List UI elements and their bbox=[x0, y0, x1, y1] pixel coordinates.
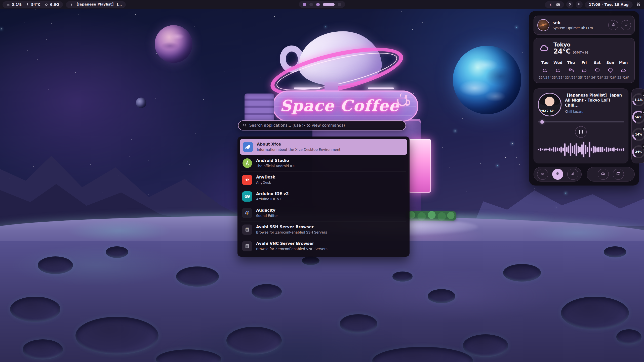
workspace-dot-occupied[interactable] bbox=[303, 3, 306, 6]
power-button[interactable] bbox=[621, 20, 631, 30]
notifications-button[interactable] bbox=[566, 1, 573, 8]
app-result-anydesk[interactable]: AnyDeskAnyDesk bbox=[237, 171, 410, 188]
app-result-arduino-ide-v2[interactable]: Arduino IDE v2Arduino IDE v2 bbox=[237, 188, 410, 205]
crater bbox=[463, 334, 508, 357]
play-pause-button[interactable] bbox=[575, 126, 587, 138]
app-result-title: About Xfce bbox=[257, 142, 340, 147]
cpu-stat-value: 3.1% bbox=[12, 3, 22, 7]
cloud-icon bbox=[617, 66, 630, 75]
album-art: TOKYO LO bbox=[538, 93, 561, 116]
sign-lamp-right bbox=[368, 87, 394, 89]
shop-neon-window bbox=[408, 139, 431, 193]
seek-knob[interactable] bbox=[540, 120, 544, 124]
crater bbox=[176, 266, 219, 287]
cloud-icon bbox=[551, 66, 565, 75]
pause-icon[interactable] bbox=[70, 3, 73, 6]
screen-record-button[interactable] bbox=[598, 169, 609, 180]
clock[interactable]: 17:09 - Tue, 19 Aug bbox=[585, 1, 633, 8]
app-result-title: AnyDesk bbox=[256, 175, 275, 180]
indicator-pill[interactable] bbox=[545, 1, 564, 8]
weather-forecast: Tue33°/24°Wed35°/25°Thu33°/26°Fri35°/26°… bbox=[538, 61, 630, 79]
app-result-title: Android Studio bbox=[256, 158, 296, 163]
profile-power-saver-button[interactable] bbox=[567, 169, 578, 180]
app-result-description: Arduino IDE v2 bbox=[256, 197, 289, 201]
audacity-app-icon bbox=[242, 208, 252, 218]
crater bbox=[106, 246, 128, 258]
power-profiles-group bbox=[534, 167, 582, 182]
input-method-icon[interactable] bbox=[549, 3, 552, 7]
small-moon bbox=[136, 98, 146, 108]
crater bbox=[340, 314, 377, 333]
screenshot-button[interactable] bbox=[613, 169, 624, 180]
crater bbox=[252, 284, 282, 299]
crater bbox=[10, 297, 60, 322]
seek-bar[interactable] bbox=[538, 120, 624, 124]
search-icon bbox=[243, 123, 247, 128]
app-result-android-studio[interactable]: Android StudioThe official Android IDE bbox=[237, 155, 410, 171]
capture-actions-group bbox=[587, 167, 635, 182]
android-studio-app-icon bbox=[242, 158, 252, 168]
app-result-description: Sound Editor bbox=[256, 214, 278, 218]
user-name: seb bbox=[553, 21, 593, 25]
forecast-day-thu: Thu33°/26° bbox=[565, 61, 578, 79]
avatar bbox=[537, 19, 549, 31]
gauge-disk: 24% bbox=[632, 145, 644, 159]
sign-lamp-left bbox=[294, 87, 320, 89]
crater bbox=[156, 349, 221, 362]
crater bbox=[302, 256, 319, 265]
purple-planet bbox=[155, 25, 192, 63]
widget-panel: seb System Uptime: 4h11m Tokyo 24°C (GMT… bbox=[529, 11, 639, 186]
speedometer-icon bbox=[541, 172, 544, 176]
storm-icon bbox=[604, 66, 617, 75]
launcher-search[interactable] bbox=[238, 120, 406, 130]
shop-stairs bbox=[245, 94, 274, 122]
app-result-description: Browse for Zeroconf-enabled VNC Servers bbox=[256, 247, 327, 251]
workspace-dot-empty[interactable] bbox=[309, 3, 313, 6]
now-playing-pill[interactable]: 【Japanese Playlist】 J... bbox=[66, 1, 126, 8]
wallpaper-indicator-icon[interactable] bbox=[556, 3, 560, 7]
search-input[interactable] bbox=[249, 123, 401, 128]
scales-icon bbox=[555, 171, 560, 177]
profile-performance-button[interactable] bbox=[537, 169, 548, 180]
top-panel: 3.1% 54°C 6.8G 【Japanese Playlist】 J... bbox=[0, 0, 644, 9]
app-result-title: Avahi SSH Server Browser bbox=[256, 225, 327, 230]
forecast-day-tue: Tue33°/24° bbox=[538, 61, 551, 79]
crater bbox=[23, 339, 63, 359]
weather-card: Tokyo 24°C (GMT+9) Tue33°/24°Wed35°/25°T… bbox=[534, 38, 635, 83]
app-result-about-xfce[interactable]: About XfceInformation about the Xfce Des… bbox=[240, 139, 407, 155]
screen-icon bbox=[616, 171, 621, 177]
workspace-dot-occupied[interactable] bbox=[316, 3, 320, 6]
memory-stat: 6.8G bbox=[45, 3, 59, 7]
app-result-avahi-vnc-server-browser[interactable]: Avahi VNC Server BrowserBrowse for Zeroc… bbox=[237, 238, 410, 254]
app-launcher: About XfceInformation about the Xfce Des… bbox=[238, 120, 406, 130]
workspace-indicator[interactable] bbox=[299, 1, 345, 8]
profile-balanced-button[interactable] bbox=[552, 169, 563, 180]
app-result-title: Avahi VNC Server Browser bbox=[256, 241, 327, 246]
camera-icon bbox=[601, 171, 606, 177]
forecast-day-fri: Fri35°/26° bbox=[578, 61, 591, 79]
volume-icon bbox=[577, 2, 581, 7]
cpu-stat: 3.1% bbox=[6, 3, 22, 7]
app-result-audacity[interactable]: AudacitySound Editor bbox=[237, 205, 410, 221]
weather-timezone: (GMT+9) bbox=[573, 51, 588, 54]
neon-sign-text: Space Coffee bbox=[272, 97, 407, 115]
forecast-day-sat: Sat36°/26° bbox=[591, 61, 604, 79]
app-result-avahi-ssh-server-browser[interactable]: Avahi SSH Server BrowserBrowse for Zeroc… bbox=[237, 221, 410, 238]
app-result-title: Audacity bbox=[256, 208, 278, 213]
settings-button[interactable] bbox=[608, 20, 618, 30]
workspace-dot-empty[interactable] bbox=[338, 3, 341, 6]
avahi-app-icon bbox=[242, 241, 252, 251]
crater bbox=[604, 246, 626, 257]
volume-button[interactable] bbox=[576, 1, 583, 8]
forecast-day-wed: Wed35°/25° bbox=[551, 61, 565, 79]
crater bbox=[75, 317, 158, 354]
sun-cloud-icon bbox=[565, 66, 578, 75]
app-grid-button[interactable] bbox=[635, 1, 642, 8]
user-card: seb System Uptime: 4h11m bbox=[534, 16, 635, 35]
audio-visualizer bbox=[538, 139, 624, 160]
earth-planet bbox=[453, 46, 521, 114]
workspace-dot-active[interactable] bbox=[323, 3, 335, 6]
power-icon bbox=[624, 23, 628, 28]
cloud-icon bbox=[538, 66, 551, 75]
bell-icon bbox=[568, 2, 572, 7]
